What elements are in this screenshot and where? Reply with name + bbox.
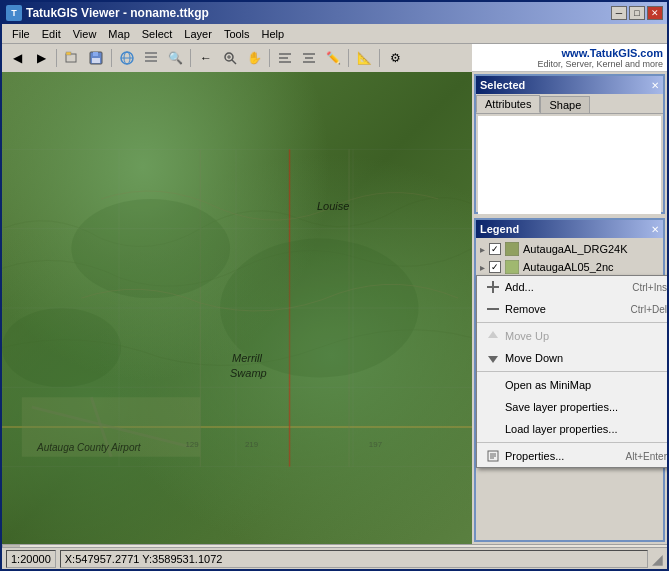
- toolbar-back[interactable]: ◀: [6, 47, 28, 69]
- toolbar-open[interactable]: [61, 47, 83, 69]
- legend-items: ▸ ✓ AutaugaAL_DRG24K ▸ ✓ AutaugaAL05: [476, 238, 663, 278]
- legend-item-1: ▸ ✓ AutaugaAL_DRG24K: [476, 240, 663, 258]
- ctx-moveup: Move Up: [477, 325, 669, 347]
- selected-panel-titlebar: Selected ✕: [476, 76, 663, 94]
- ctx-moveup-icon: [485, 328, 501, 344]
- close-button[interactable]: ✕: [647, 6, 663, 20]
- brand-subtitle: Editor, Server, Kernel and more: [537, 59, 663, 69]
- svg-text:219: 219: [245, 440, 259, 449]
- ctx-loadlayer-icon: [485, 421, 501, 437]
- window-controls: ─ □ ✕: [611, 6, 663, 20]
- toolbar-pan[interactable]: ✋: [243, 47, 265, 69]
- legend-panel: Legend ✕ ▸ ✓ AutaugaAL_DRG24K ▸ ✓: [474, 218, 665, 542]
- ctx-loadlayer-left: Load layer properties...: [485, 421, 618, 437]
- legend-icon-1: [505, 242, 519, 256]
- svg-rect-9: [145, 60, 157, 62]
- toolbar-sep3: [190, 49, 191, 67]
- menu-edit[interactable]: Edit: [36, 26, 67, 42]
- legend-item-2: ▸ ✓ AutaugaAL05_2nc: [476, 258, 663, 276]
- status-coords: X:547957.2771 Y:3589531.1072: [60, 550, 648, 568]
- svg-point-28: [71, 199, 230, 298]
- legend-expand-1[interactable]: ▸: [480, 244, 485, 255]
- svg-rect-48: [492, 281, 494, 293]
- svg-rect-45: [505, 242, 519, 256]
- map-label-merrill: Merrill: [232, 352, 262, 364]
- tab-attributes[interactable]: Attributes: [476, 95, 540, 113]
- selected-panel-tabs: Attributes Shape: [476, 94, 663, 114]
- svg-line-12: [232, 60, 236, 64]
- legend-panel-titlebar: Legend ✕: [476, 220, 663, 238]
- toolbar-sep4: [269, 49, 270, 67]
- toolbar-pen[interactable]: ✏️: [322, 47, 344, 69]
- legend-icon-2: [505, 260, 519, 274]
- ctx-movedown[interactable]: Move Down: [477, 347, 669, 369]
- map-label-airport: Autauga County Airport: [37, 442, 141, 453]
- map-area[interactable]: 2A 129 219 197 Autauga County Airport Me…: [2, 72, 472, 544]
- svg-rect-10: [145, 52, 157, 54]
- toolbar-left[interactable]: ←: [195, 47, 217, 69]
- menu-help[interactable]: Help: [256, 26, 291, 42]
- ctx-remove[interactable]: Remove Ctrl+Del: [477, 298, 669, 320]
- menu-file[interactable]: File: [6, 26, 36, 42]
- toolbar-settings[interactable]: ⚙: [384, 47, 406, 69]
- ctx-remove-icon: [485, 301, 501, 317]
- ctx-movedown-icon: [485, 350, 501, 366]
- ctx-minimap[interactable]: Open as MiniMap: [477, 374, 669, 396]
- toolbar-align-left[interactable]: [274, 47, 296, 69]
- toolbar-zoom-rect[interactable]: [219, 47, 241, 69]
- menu-tools[interactable]: Tools: [218, 26, 256, 42]
- toolbar-globe[interactable]: [116, 47, 138, 69]
- legend-check-2[interactable]: ✓: [489, 261, 501, 273]
- menu-map[interactable]: Map: [102, 26, 135, 42]
- ctx-savelayer[interactable]: Save layer properties...: [477, 396, 669, 418]
- legend-panel-title: Legend: [480, 223, 519, 235]
- branding-area: www.TatukGIS.com Editor, Server, Kernel …: [472, 44, 667, 72]
- toolbar-sep5: [348, 49, 349, 67]
- minimize-button[interactable]: ─: [611, 6, 627, 20]
- selected-panel-close[interactable]: ✕: [651, 80, 659, 91]
- ctx-savelayer-left: Save layer properties...: [485, 399, 618, 415]
- svg-rect-4: [92, 58, 100, 63]
- legend-panel-close[interactable]: ✕: [651, 224, 659, 235]
- maximize-button[interactable]: □: [629, 6, 645, 20]
- tab-shape[interactable]: Shape: [540, 96, 590, 113]
- right-panel: Selected ✕ Attributes Shape Legend ✕ ▸: [472, 72, 667, 544]
- menu-layer[interactable]: Layer: [178, 26, 218, 42]
- ctx-add[interactable]: Add... Ctrl+Ins: [477, 276, 669, 298]
- toolbar-save[interactable]: [85, 47, 107, 69]
- ctx-properties[interactable]: Properties... Alt+Enter: [477, 445, 669, 467]
- legend-check-1[interactable]: ✓: [489, 243, 501, 255]
- ctx-loadlayer-label: Load layer properties...: [505, 423, 618, 435]
- resize-handle[interactable]: ◢: [652, 551, 663, 567]
- ctx-properties-icon: [485, 448, 501, 464]
- svg-rect-49: [487, 308, 499, 310]
- toolbar: ◀ ▶ 🔍 ← ✋: [2, 44, 472, 72]
- ctx-loadlayer[interactable]: Load layer properties...: [477, 418, 669, 440]
- legend-expand-2[interactable]: ▸: [480, 262, 485, 273]
- ctx-movedown-left: Move Down: [485, 350, 563, 366]
- ctx-minimap-left: Open as MiniMap: [485, 377, 591, 393]
- ctx-remove-label: Remove: [505, 303, 546, 315]
- ctx-moveup-label: Move Up: [505, 330, 549, 342]
- ctx-remove-left: Remove: [485, 301, 546, 317]
- toolbar-forward[interactable]: ▶: [30, 47, 52, 69]
- brand-url: www.TatukGIS.com: [562, 47, 663, 59]
- svg-marker-51: [488, 356, 498, 363]
- toolbar-sep1: [56, 49, 57, 67]
- menu-select[interactable]: Select: [136, 26, 179, 42]
- ctx-add-label: Add...: [505, 281, 534, 293]
- menu-view[interactable]: View: [67, 26, 103, 42]
- ctx-minimap-label: Open as MiniMap: [505, 379, 591, 391]
- toolbar-layer[interactable]: [140, 47, 162, 69]
- context-menu: Add... Ctrl+Ins Remove Ctrl+Del: [476, 275, 669, 468]
- ctx-add-icon: [485, 279, 501, 295]
- toolbar-measure[interactable]: 📐: [353, 47, 375, 69]
- map-label-louise: Louise: [317, 200, 349, 212]
- svg-rect-46: [505, 260, 519, 274]
- map-label-swamp: Swamp: [230, 367, 267, 379]
- ctx-properties-shortcut: Alt+Enter: [626, 451, 667, 462]
- toolbar-zoom-in[interactable]: 🔍: [164, 47, 186, 69]
- ctx-add-shortcut: Ctrl+Ins: [632, 282, 667, 293]
- toolbar-align-center[interactable]: [298, 47, 320, 69]
- ctx-moveup-left: Move Up: [485, 328, 549, 344]
